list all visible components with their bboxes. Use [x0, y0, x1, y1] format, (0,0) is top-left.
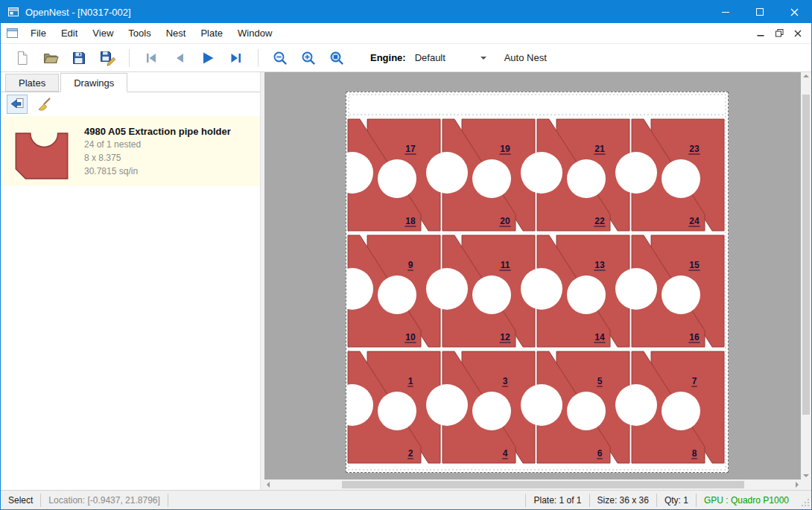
minimize-icon — [722, 12, 729, 13]
auto-nest-button[interactable]: Auto Nest — [504, 52, 547, 63]
mdi-restore-button[interactable] — [773, 28, 785, 39]
statusbar: Select Location: [-0.9437, 21.8796] Plat… — [1, 490, 811, 509]
part-number: 24 — [689, 216, 700, 226]
maximize-icon — [756, 8, 764, 16]
open-file-button[interactable] — [37, 46, 65, 70]
plate[interactable]: 171819202122232491011121314151612345678 — [346, 92, 729, 473]
part-number: 18 — [405, 216, 416, 226]
part-number: 2 — [408, 448, 413, 459]
next-plate-button[interactable] — [194, 46, 222, 70]
window-title: OpenNest - [N0317-002] — [25, 7, 131, 18]
drawing-list-item[interactable]: 4980 A05 Extraction pipe holder 24 of 1 … — [1, 116, 260, 186]
menu-item-nest[interactable]: Nest — [159, 24, 194, 42]
toolbar-separator — [129, 49, 130, 67]
mdi-minimize-icon — [757, 30, 764, 37]
menu-item-view[interactable]: View — [85, 24, 121, 42]
tab-drawings[interactable]: Drawings — [60, 73, 127, 92]
menu-item-file[interactable]: File — [23, 24, 54, 42]
part-number: 15 — [689, 260, 700, 270]
part-pair-17-18[interactable]: 1718 — [346, 119, 440, 231]
menu-item-window[interactable]: Window — [230, 24, 279, 42]
part-pair-1-2[interactable]: 12 — [346, 351, 440, 463]
app-icon — [7, 6, 19, 18]
status-mode: Select — [1, 491, 40, 509]
save-button[interactable] — [65, 46, 93, 70]
part-number: 1 — [408, 376, 413, 386]
scroll-left-arrow[interactable] — [267, 482, 270, 488]
part-pair-9-10[interactable]: 910 — [346, 235, 440, 347]
titlebar: OpenNest - [N0317-002] — [1, 1, 811, 23]
zoom-fit-icon — [329, 50, 345, 66]
engine-select[interactable]: Default — [412, 49, 489, 67]
mdi-restore-icon — [775, 29, 784, 37]
zoom-out-button[interactable] — [266, 46, 294, 70]
resize-grip-icon[interactable] — [801, 498, 810, 509]
part-number: 8 — [692, 448, 697, 459]
scroll-corner — [801, 479, 811, 490]
part-number: 23 — [689, 144, 700, 154]
horizontal-scrollbar[interactable] — [264, 479, 801, 490]
part-number: 21 — [594, 144, 605, 154]
open-folder-icon — [42, 50, 59, 66]
engine-label: Engine: — [370, 52, 406, 63]
chevron-down-icon — [480, 57, 486, 63]
mdi-document-icon — [7, 28, 18, 38]
status-qty: Qty: 1 — [657, 491, 696, 509]
zoom-out-icon — [272, 50, 288, 66]
status-size: Size: 36 x 36 — [590, 491, 656, 509]
clear-drawings-button[interactable] — [34, 95, 54, 114]
save-edit-button[interactable] — [93, 46, 121, 70]
close-button[interactable] — [777, 1, 811, 23]
part-number: 12 — [500, 332, 510, 342]
part-pair-19-20[interactable]: 1920 — [426, 119, 535, 231]
tab-plates[interactable]: Plates — [5, 74, 59, 92]
menu-items: FileEditViewToolsNestPlateWindow — [23, 24, 279, 42]
status-separator — [168, 494, 168, 507]
main-toolbar: Engine: Default Auto Nest — [1, 44, 811, 72]
part-number: 5 — [597, 376, 603, 386]
part-pair-3-4[interactable]: 34 — [426, 351, 535, 463]
part-pair-21-22[interactable]: 2122 — [521, 119, 629, 231]
first-plate-button[interactable] — [137, 46, 165, 70]
first-icon — [143, 50, 159, 66]
part-pair-15-16[interactable]: 1516 — [615, 235, 724, 347]
mdi-minimize-button[interactable] — [755, 28, 767, 39]
maximize-button[interactable] — [743, 1, 777, 23]
last-plate-button[interactable] — [222, 46, 250, 70]
part-number: 14 — [594, 332, 605, 342]
toolbar-separator — [258, 49, 258, 67]
drawing-list: 4980 A05 Extraction pipe holder 24 of 1 … — [1, 116, 260, 490]
part-number: 13 — [594, 260, 605, 270]
part-pair-13-14[interactable]: 1314 — [521, 235, 629, 347]
new-file-button[interactable] — [8, 46, 37, 70]
part-number: 3 — [503, 376, 508, 386]
app-window: OpenNest - [N0317-002] FileEditViewTools… — [0, 0, 812, 510]
menu-item-edit[interactable]: Edit — [54, 24, 85, 42]
assign-drawing-button[interactable] — [7, 95, 28, 114]
part-pair-5-6[interactable]: 56 — [521, 351, 629, 463]
scroll-down-arrow[interactable] — [803, 474, 809, 477]
status-gpu: GPU : Quadro P1000 — [697, 491, 796, 509]
menu-item-tools[interactable]: Tools — [121, 24, 158, 42]
vertical-scroll-thumb[interactable] — [802, 95, 810, 415]
mdi-close-button[interactable] — [792, 28, 804, 39]
previous-plate-button[interactable] — [165, 46, 194, 70]
vertical-scrollbar[interactable] — [801, 72, 811, 479]
part-number: 22 — [594, 216, 605, 226]
zoom-fit-button[interactable] — [323, 46, 351, 70]
scroll-right-arrow[interactable] — [796, 482, 799, 488]
part-pair-7-8[interactable]: 78 — [615, 351, 724, 463]
broom-icon — [36, 96, 52, 112]
status-plate: Plate: 1 of 1 — [526, 491, 589, 509]
part-number: 16 — [689, 332, 700, 342]
zoom-in-button[interactable] — [294, 46, 323, 70]
part-pair-23-24[interactable]: 2324 — [615, 119, 724, 231]
mdi-close-icon — [794, 30, 802, 37]
menu-item-plate[interactable]: Plate — [193, 24, 230, 42]
panel-tabs: PlatesDrawings — [1, 72, 260, 92]
minimize-button[interactable] — [708, 1, 743, 23]
part-pair-11-12[interactable]: 1112 — [426, 235, 535, 347]
nest-canvas[interactable]: 171819202122232491011121314151612345678 — [264, 72, 811, 490]
horizontal-scroll-thumb[interactable] — [342, 481, 744, 488]
scroll-up-arrow[interactable] — [803, 74, 809, 77]
